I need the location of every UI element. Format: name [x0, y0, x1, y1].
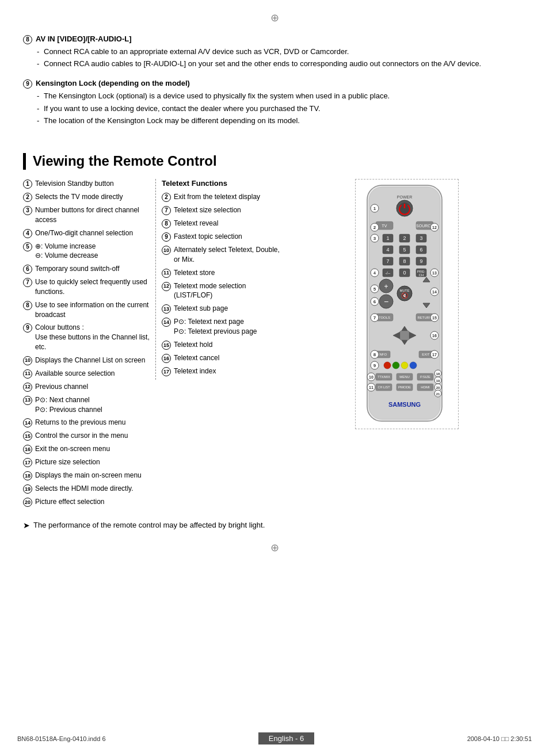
teletext-num-list: 2 Exit from the teletext display 7 Telet…	[162, 192, 282, 376]
svg-text:RETURN: RETURN	[418, 316, 432, 319]
tt-16: 16 Teletext cancel	[162, 353, 282, 363]
num-20: 20	[23, 498, 32, 507]
svg-text:TOOLS: TOOLS	[379, 316, 390, 319]
tt-num-7: 7	[162, 206, 171, 215]
tt-2: 2 Exit from the teletext display	[162, 192, 282, 202]
svg-text:1: 1	[386, 235, 389, 241]
item-11-text: Available source selection	[35, 369, 115, 379]
item-19-text: Selects the HDMI mode directly.	[35, 484, 134, 494]
svg-point-87	[410, 362, 417, 369]
tt-num-15: 15	[162, 341, 171, 350]
svg-text:9: 9	[373, 363, 376, 368]
item-6-text: Temporary sound switch-off	[35, 264, 120, 274]
footer-right: 2008-04-10 □□ 2:30:51	[467, 735, 532, 742]
num-3: 3	[23, 206, 32, 215]
item-10-text: Displays the Channel List on screen	[35, 356, 145, 365]
col-center: Teletext Functions 2 Exit from the telet…	[155, 179, 282, 380]
svg-text:7: 7	[373, 315, 376, 320]
item-13-text: P⊙: Next channelP⊙: Previous channel	[35, 395, 102, 415]
item-6: 6 Temporary sound switch-off	[23, 264, 150, 274]
col-left: 1 Television Standby button 2 Selects th…	[23, 179, 150, 510]
tt-num-14: 14	[162, 318, 171, 327]
svg-text:8: 8	[373, 352, 376, 357]
tt-num-13: 13	[162, 304, 171, 314]
item-7-text: Use to quickly select frequently used fu…	[35, 277, 150, 297]
svg-text:−: −	[384, 297, 388, 306]
item-4-text: One/Two-digit channel selection	[35, 228, 133, 238]
top-section: 8 AV IN [VIDEO]/[R-AUDIO-L] Connect RCA …	[23, 29, 526, 147]
svg-text:2: 2	[403, 235, 406, 241]
item-1-text: Television Standby button	[35, 179, 114, 189]
num-2: 2	[23, 193, 32, 202]
item-16: 16 Exit the on-screen menu	[23, 444, 150, 454]
tt-13: 13 Teletext sub page	[162, 304, 282, 314]
item-12-text: Previous channel	[35, 382, 88, 392]
tt-16-text: Teletext cancel	[174, 353, 219, 363]
item-5-text: ⊕: Volume increase⊖: Volume decrease	[35, 242, 98, 261]
svg-text:POWER: POWER	[397, 195, 412, 199]
tt-14: 14 P⊙: Teletext next pageP⊙: Teletext pr…	[162, 317, 282, 337]
tt-2-text: Exit from the teletext display	[174, 192, 260, 202]
svg-text:9: 9	[420, 258, 422, 264]
tt-8-text: Teletext reveal	[174, 219, 218, 228]
item-17: 17 Picture size selection	[23, 457, 150, 467]
tt-12-text: Teletext mode selection (LIST/FLOF)	[174, 281, 282, 301]
num-10: 10	[23, 356, 32, 365]
num-9: 9	[23, 323, 32, 333]
svg-text:21: 21	[436, 392, 440, 396]
num-17: 17	[23, 458, 32, 467]
kensington-title: 9 Kensington Lock (depending on the mode…	[23, 79, 526, 89]
svg-text:14: 14	[432, 290, 437, 294]
num-12: 12	[23, 383, 32, 392]
print-mark-top: ⊕	[23, 12, 526, 24]
av-in-section: 8 AV IN [VIDEO]/[R-AUDIO-L] Connect RCA …	[23, 35, 526, 70]
svg-text:15: 15	[432, 316, 437, 320]
page-container: ⊕ 8 AV IN [VIDEO]/[R-AUDIO-L] Connect RC…	[0, 0, 549, 756]
page-footer: BN68-01518A-Eng-0410.indd 6 English - 6 …	[0, 732, 549, 744]
svg-text:INFO: INFO	[379, 353, 387, 356]
page-number-badge: English - 6	[258, 732, 314, 744]
av-in-label: AV IN [VIDEO]/[R-AUDIO-L]	[36, 35, 132, 43]
tt-9-text: Fastext topic selection	[174, 232, 242, 242]
tt-7-text: Teletext size selection	[174, 205, 241, 215]
svg-text:3: 3	[420, 235, 422, 241]
num-1: 1	[23, 180, 32, 189]
av-in-bullets: Connect RCA cable to an appropriate exte…	[23, 47, 526, 70]
svg-text:TTX/MIX: TTX/MIX	[378, 375, 390, 379]
svg-text:EXIT: EXIT	[422, 353, 430, 356]
svg-text:+: +	[384, 282, 388, 291]
col-right: POWER 1 TV SOURCE	[288, 179, 526, 429]
tt-11-text: Teletext store	[174, 268, 215, 278]
svg-text:18: 18	[436, 372, 440, 376]
item-1: 1 Television Standby button	[23, 179, 150, 189]
num-4: 4	[23, 229, 32, 238]
tt-num-17: 17	[162, 367, 171, 376]
circle-9: 9	[23, 79, 32, 89]
svg-text:TV: TV	[382, 224, 387, 228]
tt-15-text: Teletext hold	[174, 340, 212, 350]
item-9-text: Colour buttons :Use these buttons in the…	[35, 323, 150, 352]
item-19: 19 Selects the HDMI mode directly.	[23, 484, 150, 494]
tt-10-text: Alternately select Teletext, Double, or …	[174, 245, 282, 265]
item-7: 7 Use to quickly select frequently used …	[23, 277, 150, 297]
item-8-text: Use to see information on the current br…	[35, 300, 150, 320]
remote-container: POWER 1 TV SOURCE	[355, 179, 459, 429]
tt-13-text: Teletext sub page	[174, 304, 228, 314]
content-columns: 1 Television Standby button 2 Selects th…	[23, 179, 526, 510]
viewing-title: Viewing the Remote Control	[23, 153, 526, 170]
kensington-bullet-1: The Kensington Lock (optional) is a devi…	[37, 91, 526, 102]
svg-text:CH: CH	[419, 273, 424, 277]
svg-text:PMODE: PMODE	[398, 385, 411, 389]
tt-8: 8 Teletext reveal	[162, 219, 282, 228]
tt-num-12: 12	[162, 282, 171, 291]
tt-num-16: 16	[162, 354, 171, 363]
svg-text:4: 4	[373, 271, 376, 275]
item-18-text: Displays the main on-screen menu	[35, 471, 142, 480]
item-3: 3 Number buttons for direct channel acce…	[23, 205, 150, 225]
svg-text:4: 4	[386, 247, 389, 253]
svg-text:MENU: MENU	[399, 375, 410, 379]
item-3-text: Number buttons for direct channel access	[35, 205, 150, 225]
svg-text:3: 3	[373, 236, 376, 241]
item-20-text: Picture effect selection	[35, 497, 105, 507]
item-12: 12 Previous channel	[23, 382, 150, 392]
